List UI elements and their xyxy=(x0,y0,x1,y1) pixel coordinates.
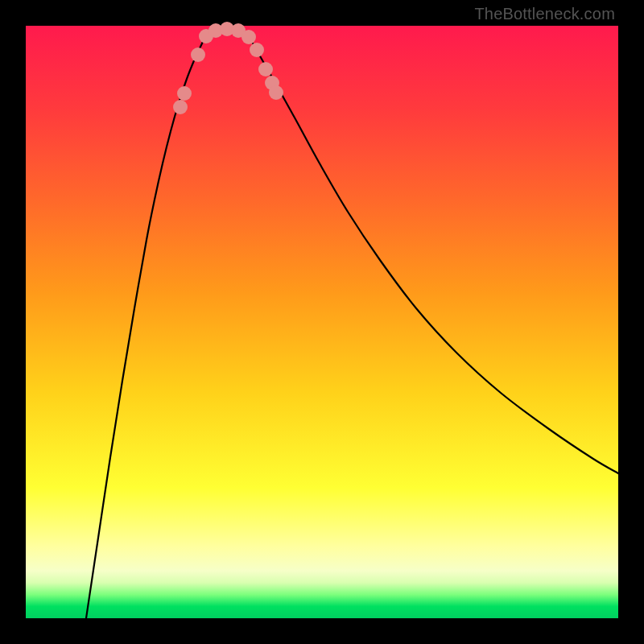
right-curve xyxy=(247,33,618,473)
marker-dot xyxy=(250,43,264,57)
chart-svg xyxy=(26,26,618,618)
left-curve xyxy=(86,33,207,618)
watermark-text: TheBottleneck.com xyxy=(474,5,615,23)
marker-dot xyxy=(242,30,256,44)
marker-dot xyxy=(173,100,188,114)
plot-area xyxy=(26,26,618,618)
marker-dot xyxy=(258,62,273,76)
chart-frame: TheBottleneck.com xyxy=(0,0,644,644)
marker-dot xyxy=(191,47,205,62)
marker-dot xyxy=(269,85,283,100)
marker-dot xyxy=(177,86,192,101)
marker-group xyxy=(173,22,283,114)
curve-group xyxy=(86,27,618,618)
